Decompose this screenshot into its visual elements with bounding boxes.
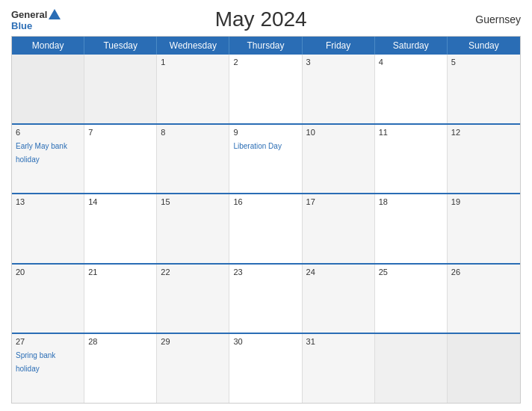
calendar-grid: Monday Tuesday Wednesday Thursday Friday… — [11, 36, 521, 404]
day-cell-24: 24 — [303, 265, 375, 333]
day-cell-11: 11 — [375, 125, 448, 194]
header-saturday: Saturday — [375, 37, 448, 55]
day-cell-22: 22 — [157, 265, 229, 333]
header-tuesday: Tuesday — [84, 37, 157, 55]
week-row-3: 13 14 15 16 17 18 19 — [12, 194, 520, 265]
day-cell-21: 21 — [84, 265, 157, 333]
day-cell-28: 28 — [84, 334, 157, 403]
day-headers-row: Monday Tuesday Wednesday Thursday Friday… — [12, 37, 520, 55]
day-cell-2: 2 — [229, 55, 302, 123]
day-cell-3: 3 — [303, 55, 375, 123]
logo-general-text: General — [11, 10, 47, 19]
day-cell-16: 16 — [229, 194, 302, 263]
header-sunday: Sunday — [448, 37, 520, 55]
weeks-container: 1 2 3 4 5 6 Early May bank holiday 7 8 9… — [12, 55, 520, 403]
day-cell-12: 12 — [448, 125, 520, 194]
calendar-page: General Blue May 2024 Guernsey Monday Tu… — [0, 0, 532, 411]
day-cell-14: 14 — [84, 194, 157, 263]
day-cell-13: 13 — [12, 194, 84, 263]
day-cell-29: 29 — [157, 334, 229, 403]
day-cell-31: 31 — [303, 334, 375, 403]
day-cell-10: 10 — [303, 125, 375, 194]
day-cell-empty — [375, 334, 448, 403]
week-row-4: 20 21 22 23 24 25 26 — [12, 265, 520, 335]
day-cell-1: 1 — [157, 55, 229, 123]
header-monday: Monday — [12, 37, 84, 55]
day-cell-7: 7 — [84, 125, 157, 194]
header-thursday: Thursday — [229, 37, 302, 55]
day-cell-27: 27 Spring bank holiday — [12, 334, 84, 403]
day-cell-empty — [448, 334, 520, 403]
day-cell-26: 26 — [448, 265, 520, 333]
day-cell-18: 18 — [375, 194, 448, 263]
day-cell-9: 9 Liberation Day — [229, 125, 302, 194]
day-cell-23: 23 — [229, 265, 302, 333]
day-cell-empty — [84, 55, 157, 123]
day-cell-19: 19 — [448, 194, 520, 263]
logo-triangle-icon — [49, 9, 61, 19]
week-row-1: 1 2 3 4 5 — [12, 55, 520, 125]
header-wednesday: Wednesday — [157, 37, 229, 55]
day-cell-15: 15 — [157, 194, 229, 263]
day-cell-8: 8 — [157, 125, 229, 194]
day-cell-6: 6 Early May bank holiday — [12, 125, 84, 194]
calendar-title: May 2024 — [61, 7, 461, 31]
day-cell-4: 4 — [375, 55, 448, 123]
logo: General Blue — [11, 9, 61, 31]
region-label: Guernsey — [461, 13, 521, 25]
day-cell-25: 25 — [375, 265, 448, 333]
day-cell-17: 17 — [303, 194, 375, 263]
week-row-2: 6 Early May bank holiday 7 8 9 Liberatio… — [12, 125, 520, 195]
day-cell-5: 5 — [448, 55, 520, 123]
week-row-5: 27 Spring bank holiday 28 29 30 31 — [12, 334, 520, 403]
day-cell-30: 30 — [229, 334, 302, 403]
header-friday: Friday — [303, 37, 375, 55]
logo-blue-text: Blue — [11, 21, 32, 31]
header: General Blue May 2024 Guernsey — [11, 7, 521, 31]
day-cell-empty — [12, 55, 84, 123]
day-cell-20: 20 — [12, 265, 84, 333]
